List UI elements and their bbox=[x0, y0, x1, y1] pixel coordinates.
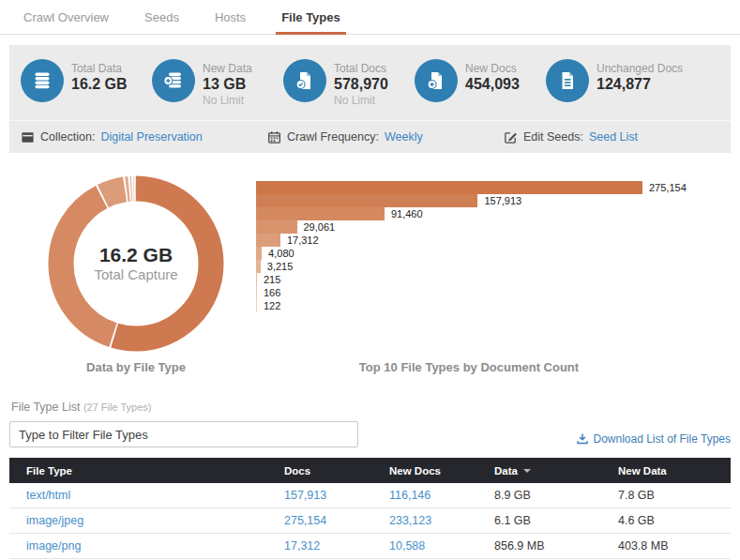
bar-row: 3,215 bbox=[256, 260, 731, 273]
bar-row: 4,080 bbox=[256, 247, 731, 260]
tab-label: Seeds bbox=[144, 10, 179, 24]
stat-new-docs: New Docs 454,093 bbox=[415, 59, 546, 107]
column-header-docs[interactable]: Docs bbox=[284, 465, 389, 477]
tab-bar: Crawl Overview Seeds Hosts File Types bbox=[0, 0, 740, 35]
new-docs-link[interactable]: 10,588 bbox=[389, 539, 425, 552]
database-plus-icon bbox=[152, 59, 195, 102]
file-type-table: File Type Docs New Docs Data New Data te… bbox=[9, 458, 731, 559]
donut-chart-svg bbox=[42, 170, 230, 357]
tab-label: Hosts bbox=[215, 10, 246, 24]
tab-file-types[interactable]: File Types bbox=[281, 0, 340, 34]
edit-pencil-icon bbox=[504, 130, 518, 144]
table-header: File Type Docs New Docs Data New Data bbox=[9, 458, 731, 483]
bar-value-label: 17,312 bbox=[287, 235, 319, 246]
table-row: text/html 157,913 116,146 8.9 GB 7.8 GB bbox=[9, 483, 731, 508]
database-icon bbox=[21, 59, 64, 102]
bar-value-label: 157,913 bbox=[484, 195, 521, 206]
tab-crawl-overview[interactable]: Crawl Overview bbox=[23, 0, 109, 34]
table-row: image/png 17,312 10,588 856.9 MB 403.8 M… bbox=[9, 534, 731, 559]
donut-chart-title: Data by File Type bbox=[42, 360, 230, 374]
stat-label: Total Docs bbox=[334, 62, 388, 75]
stat-sub-label: No Limit bbox=[203, 94, 252, 107]
bar bbox=[256, 286, 257, 299]
stat-value: 124,877 bbox=[597, 75, 683, 94]
bar-row: 166 bbox=[256, 286, 731, 299]
collection-link[interactable]: Digital Preservation bbox=[100, 130, 202, 144]
column-header-new-docs[interactable]: New Docs bbox=[389, 465, 494, 477]
bar bbox=[256, 260, 261, 273]
new-data-cell: 4.6 GB bbox=[618, 514, 731, 527]
file-type-link[interactable]: image/png bbox=[26, 539, 81, 552]
bar-value-label: 3,215 bbox=[267, 261, 294, 272]
collection-label: Collection: bbox=[40, 130, 95, 144]
archive-box-icon bbox=[21, 130, 35, 144]
bar-row: 91,460 bbox=[256, 207, 731, 220]
stat-sub-label: No Limit bbox=[334, 94, 388, 107]
calendar-icon bbox=[267, 130, 281, 144]
bar-row: 122 bbox=[256, 299, 731, 312]
stat-label: Unchanged Docs bbox=[597, 62, 683, 75]
frequency-link[interactable]: Weekly bbox=[385, 130, 423, 144]
stat-label: Total Data bbox=[71, 62, 128, 75]
stat-label: New Docs bbox=[465, 62, 520, 75]
column-header-data[interactable]: Data bbox=[494, 465, 618, 477]
collection-info: Collection: Digital Preservation bbox=[21, 121, 203, 153]
docs-link[interactable]: 17,312 bbox=[284, 539, 320, 552]
bar bbox=[256, 220, 297, 234]
bar-value-label: 275,154 bbox=[649, 182, 687, 193]
document-lines-icon bbox=[546, 59, 589, 102]
bar-row: 17,312 bbox=[256, 234, 731, 247]
summary-panel: Total Data 16.2 GB New Data 13 GB No Lim… bbox=[9, 45, 731, 153]
file-type-link[interactable]: text/html bbox=[26, 489, 70, 502]
bar-value-label: 29,061 bbox=[304, 221, 336, 233]
stat-value: 578,970 bbox=[334, 75, 388, 94]
new-data-cell: 403.8 MB bbox=[618, 539, 731, 552]
document-check-icon bbox=[283, 59, 326, 102]
bar-value-label: 4,080 bbox=[268, 248, 294, 259]
stats-row: Total Data 16.2 GB New Data 13 GB No Lim… bbox=[9, 45, 731, 107]
edit-seeds-label: Edit Seeds: bbox=[523, 130, 583, 144]
docs-link[interactable]: 157,913 bbox=[284, 489, 326, 502]
tab-seeds[interactable]: Seeds bbox=[144, 0, 179, 34]
stat-value: 454,093 bbox=[465, 75, 520, 94]
data-cell: 856.9 MB bbox=[494, 539, 618, 552]
table-row: image/jpeg 275,154 233,123 6.1 GB 4.6 GB bbox=[9, 508, 731, 534]
bar-chart: 275,154157,91391,46029,06117,3124,0803,2… bbox=[256, 181, 731, 312]
bar-row: 29,061 bbox=[256, 220, 731, 234]
stat-total-data: Total Data 16.2 GB bbox=[21, 59, 152, 107]
bar-value-label: 91,460 bbox=[391, 208, 423, 219]
download-icon bbox=[577, 433, 588, 445]
file-type-link[interactable]: image/jpeg bbox=[26, 514, 83, 527]
new-data-cell: 7.8 GB bbox=[618, 489, 731, 502]
tab-hosts[interactable]: Hosts bbox=[215, 0, 246, 34]
sort-desc-icon bbox=[523, 469, 531, 473]
stat-new-data: New Data 13 GB No Limit bbox=[152, 59, 283, 107]
column-header-file-type[interactable]: File Type bbox=[26, 465, 284, 477]
bar bbox=[256, 181, 642, 194]
bar-row: 157,913 bbox=[256, 194, 731, 207]
tab-label: File Types bbox=[281, 10, 340, 24]
edit-seeds-info: Edit Seeds: Seed List bbox=[504, 121, 638, 153]
bar-value-label: 122 bbox=[264, 300, 280, 311]
section-title: File Type List bbox=[11, 401, 80, 414]
filter-input[interactable] bbox=[9, 421, 358, 447]
new-docs-link[interactable]: 116,146 bbox=[389, 489, 430, 502]
bar-value-label: 166 bbox=[264, 287, 280, 298]
bar-chart-title: Top 10 File Types by Document Count bbox=[272, 360, 666, 374]
new-docs-link[interactable]: 233,123 bbox=[389, 514, 431, 527]
frequency-label: Crawl Frequency: bbox=[287, 130, 379, 144]
data-cell: 6.1 GB bbox=[494, 514, 618, 527]
bar bbox=[256, 273, 257, 286]
docs-link[interactable]: 275,154 bbox=[284, 514, 326, 527]
download-list-link[interactable]: Download List of File Types bbox=[577, 432, 731, 446]
file-type-count: (27 File Types) bbox=[83, 401, 152, 413]
bar bbox=[256, 207, 385, 220]
frequency-info: Crawl Frequency: Weekly bbox=[267, 121, 423, 153]
stat-value: 16.2 GB bbox=[71, 75, 128, 94]
edit-seeds-link[interactable]: Seed List bbox=[589, 130, 638, 144]
info-row: Collection: Digital Preservation Crawl F… bbox=[9, 120, 731, 153]
bar bbox=[256, 234, 280, 247]
bar bbox=[256, 194, 477, 207]
download-link-label: Download List of File Types bbox=[593, 432, 731, 446]
column-header-new-data[interactable]: New Data bbox=[618, 465, 731, 477]
